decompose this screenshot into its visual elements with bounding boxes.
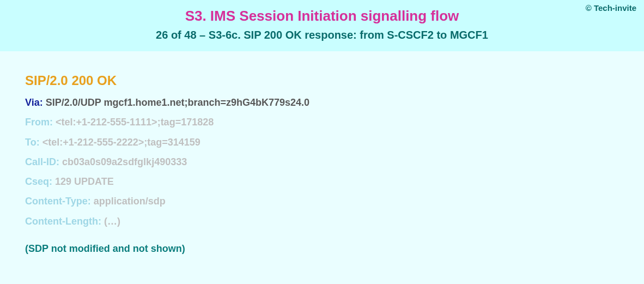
page-header: © Tech-invite S3. IMS Session Initiation… [0, 0, 644, 51]
sip-header-colon: : [56, 156, 62, 167]
sip-header-row: To: <tel:+1-212-555-2222>;tag=314159 [25, 136, 619, 149]
sdp-note: (SDP not modified and not shown) [25, 243, 619, 255]
sip-header-row: Via: SIP/2.0/UDP mgcf1.home1.net;branch=… [25, 96, 619, 109]
sip-header-colon: : [49, 176, 55, 187]
sip-header-name: Via [25, 97, 40, 108]
sip-header-name: Content-Length [25, 216, 98, 227]
sip-header-value: (…) [104, 216, 120, 227]
sip-header-value: <tel:+1-212-555-1111>;tag=171828 [56, 117, 214, 128]
sip-header-row: Content-Length: (…) [25, 215, 619, 228]
sip-header-colon: : [88, 196, 94, 207]
sip-header-value: application/sdp [94, 196, 166, 207]
sip-headers-list: Via: SIP/2.0/UDP mgcf1.home1.net;branch=… [25, 96, 619, 228]
sip-header-row: Call-ID: cb03a0s09a2sdfglkj490333 [25, 155, 619, 168]
page-subtitle: 26 of 48 – S3-6c. SIP 200 OK response: f… [11, 29, 633, 41]
sip-header-name: Cseq [25, 176, 49, 187]
sip-message-block: SIP/2.0 200 OK Via: SIP/2.0/UDP mgcf1.ho… [0, 51, 644, 265]
sip-header-colon: : [37, 137, 42, 148]
sip-header-value: SIP/2.0/UDP mgcf1.home1.net;branch=z9hG4… [46, 97, 309, 108]
sip-header-colon: : [98, 216, 104, 227]
sip-header-name: To [25, 137, 37, 148]
sip-status-line: SIP/2.0 200 OK [25, 73, 619, 88]
sip-header-row: From: <tel:+1-212-555-1111>;tag=171828 [25, 116, 619, 129]
sip-header-name: From [25, 117, 50, 128]
sip-header-value: <tel:+1-212-555-2222>;tag=314159 [42, 137, 201, 148]
sip-header-name: Content-Type [25, 196, 88, 207]
copyright-label: © Tech-invite [586, 3, 636, 13]
sip-header-row: Cseq: 129 UPDATE [25, 175, 619, 188]
sip-header-value: 129 UPDATE [55, 176, 114, 187]
sip-header-row: Content-Type: application/sdp [25, 195, 619, 208]
sip-header-name: Call-ID [25, 156, 56, 167]
sip-header-colon: : [50, 117, 56, 128]
page-title: S3. IMS Session Initiation signalling fl… [11, 8, 633, 25]
sip-header-colon: : [40, 97, 46, 108]
sip-header-value: cb03a0s09a2sdfglkj490333 [62, 156, 187, 167]
